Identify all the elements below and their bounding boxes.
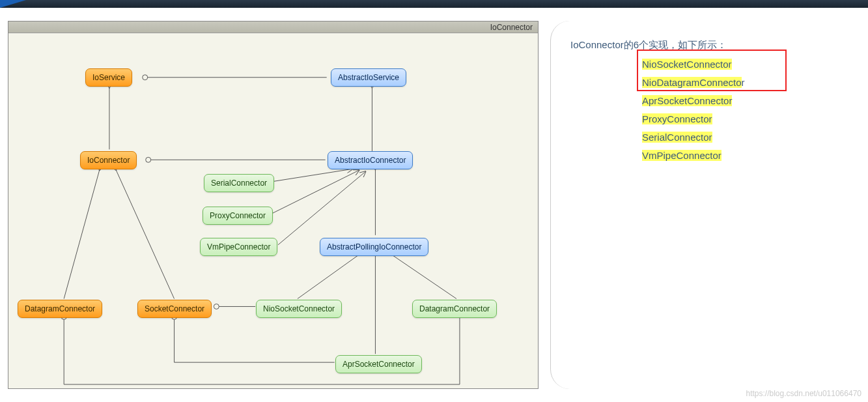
highlight-text: NioDatagramConnecto bbox=[642, 77, 742, 88]
node-abstractioservice: AbstractIoService bbox=[331, 68, 406, 87]
node-vmpipeconnector: VmPipeConnector bbox=[200, 238, 277, 256]
node-abstractioconnector: AbstractIoConnector bbox=[328, 151, 413, 169]
node-datagramconnector-right: DatagramConnector bbox=[412, 300, 497, 318]
side-panel: IoConnector的6个实现，如下所示： NioSocketConnecto… bbox=[550, 21, 863, 389]
svg-line-12 bbox=[298, 255, 359, 299]
implementation-item: AprSocketConnector bbox=[642, 92, 850, 110]
node-aprsocketconnector: AprSocketConnector bbox=[335, 355, 422, 373]
node-ioconnector: IoConnector bbox=[80, 151, 137, 169]
top-bar-triangle-icon bbox=[0, 0, 26, 8]
node-niosocketconnector: NioSocketConnector bbox=[256, 300, 342, 318]
node-socketconnector-left: SocketConnector bbox=[137, 300, 212, 318]
svg-line-6 bbox=[64, 169, 100, 298]
node-datagramconnector-left: DatagramConnector bbox=[18, 300, 102, 318]
node-proxyconnector: ProxyConnector bbox=[203, 207, 273, 225]
diagram-connectors bbox=[8, 34, 538, 388]
implementation-item: NioDatagramConnector bbox=[642, 74, 850, 92]
highlight-text: ProxyConnector bbox=[642, 113, 712, 124]
svg-line-10 bbox=[278, 171, 366, 245]
highlight-text: VmPipeConnector bbox=[642, 150, 721, 161]
implementation-item: VmPipeConnector bbox=[642, 147, 850, 165]
node-ioservice: IoService bbox=[85, 68, 132, 87]
node-serialconnector: SerialConnector bbox=[204, 174, 274, 192]
svg-line-7 bbox=[116, 169, 175, 298]
side-title-suffix: 的6个实现，如下所示： bbox=[624, 39, 727, 50]
implementation-item: ProxyConnector bbox=[642, 110, 850, 128]
highlight-text: SerialConnector bbox=[642, 132, 712, 143]
svg-point-4 bbox=[146, 157, 151, 162]
diagram-panel: IoConnector bbox=[8, 21, 539, 389]
diagram-title: IoConnector bbox=[8, 22, 538, 33]
implementation-item: NioSocketConnector bbox=[642, 55, 850, 74]
svg-line-9 bbox=[270, 170, 359, 214]
svg-point-15 bbox=[214, 304, 219, 309]
content-row: IoConnector bbox=[0, 8, 868, 389]
implementation-list: NioSocketConnectorNioDatagramConnectorAp… bbox=[642, 55, 850, 165]
node-abstractpolling: AbstractPollingIoConnector bbox=[320, 238, 428, 256]
watermark: https://blog.csdn.net/u011066470 bbox=[746, 389, 861, 398]
svg-point-0 bbox=[143, 75, 148, 80]
top-bar bbox=[0, 0, 868, 8]
side-title-prefix: IoConnector bbox=[570, 39, 624, 50]
side-title: IoConnector的6个实现，如下所示： bbox=[570, 39, 850, 51]
diagram-canvas: IoService AbstractIoService IoConnector … bbox=[8, 34, 538, 388]
implementation-item: SerialConnector bbox=[642, 128, 850, 147]
svg-line-14 bbox=[391, 255, 456, 299]
highlight-text: NioSocketConnector bbox=[642, 59, 732, 70]
highlight-text: AprSocketConnector bbox=[642, 95, 732, 106]
svg-line-8 bbox=[270, 169, 353, 182]
